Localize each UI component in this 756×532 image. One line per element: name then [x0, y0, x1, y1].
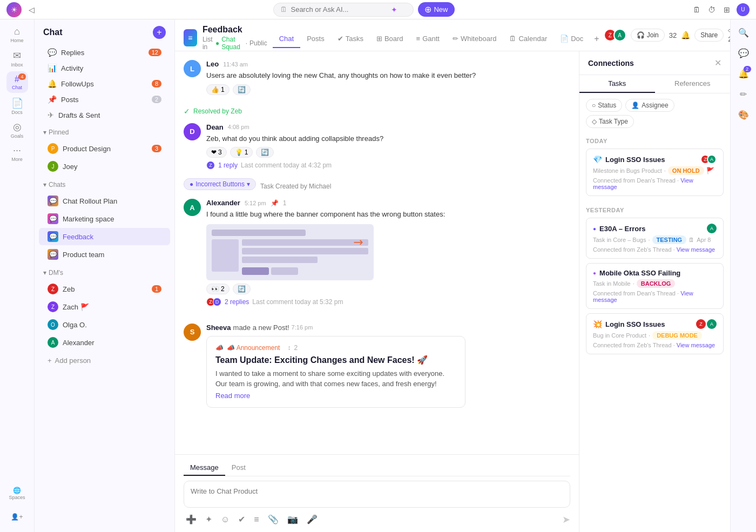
- task-login-sso-meta: Milestone in Bugs Product · ON HOLD 🚩: [593, 166, 717, 175]
- zach-avatar: Z: [48, 301, 58, 312]
- topbar-grid-icon[interactable]: ⊞: [721, 4, 732, 15]
- sidebar-posts-label: Posts: [61, 96, 147, 104]
- pinned-section-header[interactable]: ▾ Pinned: [35, 124, 174, 138]
- search-bar[interactable]: 🗓 ✦: [273, 3, 414, 17]
- back-button[interactable]: ◁: [26, 4, 37, 15]
- far-right-notifications[interactable]: 🔔 2: [735, 65, 752, 82]
- sidebar-add-button[interactable]: +: [153, 26, 166, 39]
- reaction-sync3[interactable]: 🔄: [233, 284, 251, 294]
- rp-tab-references[interactable]: References: [655, 75, 731, 93]
- sv-btn-2: [271, 267, 298, 275]
- sidebar-item-product-team[interactable]: 💬 Product team: [39, 246, 170, 263]
- user-avatar[interactable]: U: [737, 3, 750, 16]
- send-button[interactable]: ➤: [562, 514, 570, 526]
- task-block: ● Incorrect Buttons ▾ Task Created by Mi…: [184, 178, 570, 315]
- far-right-chat[interactable]: 💬: [735, 44, 752, 62]
- connections-panel-header: Connections ✕: [579, 51, 730, 75]
- add-tool-icon[interactable]: ➕: [184, 512, 199, 527]
- topbar-timer-icon[interactable]: ⏱: [706, 4, 717, 15]
- sidebar-item-zeb[interactable]: Z Zeb 1: [39, 280, 170, 298]
- sidebar-item-followups[interactable]: 🔔 FollowUps 8: [39, 76, 170, 91]
- alex-author: Alexander: [206, 199, 240, 207]
- nav-more[interactable]: ··· More: [6, 143, 28, 164]
- sidebar-item-alexander[interactable]: A Alexander: [39, 334, 170, 351]
- task-e30a-title: ● E30A – Errors: [593, 225, 646, 233]
- nav-goals[interactable]: ◎ Goals: [6, 119, 28, 140]
- view-message-link-4[interactable]: View message: [677, 342, 715, 348]
- nav-add-user[interactable]: 👤+: [6, 506, 28, 528]
- message-input-box[interactable]: [184, 481, 570, 508]
- msg-tab-post[interactable]: Post: [225, 460, 252, 476]
- dms-section-header[interactable]: ▾ DM's: [35, 265, 174, 279]
- reaction-thumbsup[interactable]: 👍1: [206, 84, 230, 95]
- sidebar-item-activity[interactable]: 📊 Activity: [39, 60, 170, 76]
- tab-gantt[interactable]: ≡ Gantt: [410, 30, 446, 48]
- emoji-tool-icon[interactable]: ☺: [219, 513, 232, 527]
- sv-body: [212, 239, 368, 275]
- connections-close[interactable]: ✕: [714, 58, 721, 68]
- rp-tab-tasks[interactable]: Tasks: [579, 75, 655, 93]
- sparkle-tool-icon[interactable]: ✦: [203, 512, 214, 527]
- sidebar-item-product-design[interactable]: P Product Design 3: [39, 140, 170, 157]
- far-right-palette[interactable]: 🎨: [735, 106, 752, 123]
- add-person[interactable]: + Add person: [39, 353, 170, 368]
- message-text-input[interactable]: [191, 487, 563, 495]
- topbar-calendar-icon[interactable]: 🗓: [691, 4, 702, 15]
- share-button[interactable]: Share: [694, 29, 724, 42]
- read-more-link[interactable]: Read more: [215, 392, 456, 400]
- mic-tool-icon[interactable]: 🎤: [305, 512, 320, 527]
- camera-tool-icon[interactable]: 📷: [285, 512, 300, 527]
- testing-badge: TESTING: [652, 235, 687, 244]
- sidebar-item-olga[interactable]: O Olga O.: [39, 316, 170, 333]
- filter-status[interactable]: ○ Status: [586, 99, 622, 112]
- reaction-sync2[interactable]: 🔄: [256, 147, 274, 158]
- assignee-icon: 👤: [631, 102, 639, 109]
- view-message-link-2[interactable]: View message: [677, 246, 715, 253]
- sidebar-item-zach[interactable]: Z Zach 🚩: [39, 298, 170, 315]
- tab-posts[interactable]: Posts: [300, 30, 331, 48]
- list-tool-icon[interactable]: ≡: [252, 513, 261, 527]
- nav-spaces[interactable]: 🌐 Spaces: [6, 482, 28, 504]
- dean-replies[interactable]: Z 1 reply Last comment today at 4:32 pm: [206, 161, 570, 170]
- check-tool-icon[interactable]: ✔: [236, 512, 247, 527]
- filter-task-type[interactable]: ◇ Task Type: [586, 115, 634, 128]
- alex-replies[interactable]: Z D 2 replies Last comment today at 5:32…: [206, 298, 570, 306]
- join-button[interactable]: 🎧 Join: [631, 29, 665, 42]
- tab-tasks[interactable]: ✔ Tasks: [331, 30, 370, 48]
- task-tag[interactable]: ● Incorrect Buttons ▾: [184, 178, 256, 190]
- chats-section-header[interactable]: ▾ Chats: [35, 177, 174, 191]
- filter-assignee[interactable]: 👤 Assignee: [625, 99, 674, 112]
- reaction-heart[interactable]: ❤3: [206, 147, 227, 158]
- reaction-eyes[interactable]: 👀2: [206, 284, 230, 294]
- search-input[interactable]: [291, 5, 388, 14]
- task-type-icon: ◇: [592, 118, 597, 125]
- sidebar-item-chat-rollout[interactable]: 💬 Chat Rollout Plan: [39, 192, 170, 210]
- debug-badge: DEBUG MODE: [652, 331, 702, 340]
- far-right-search[interactable]: 🔍: [735, 24, 752, 41]
- msg-tab-message[interactable]: Message: [184, 460, 225, 476]
- tab-doc[interactable]: 📄 Doc: [554, 30, 590, 48]
- sidebar-item-drafts[interactable]: ✈ Drafts & Sent: [39, 107, 170, 123]
- tab-add[interactable]: +: [590, 30, 603, 48]
- reaction-sync[interactable]: 🔄: [233, 84, 251, 95]
- far-right-edit[interactable]: ✏: [735, 85, 752, 103]
- bell-icon[interactable]: 🔔: [681, 31, 690, 39]
- tab-chat[interactable]: Chat: [273, 30, 300, 48]
- nav-inbox[interactable]: ✉ Inbox: [6, 48, 28, 69]
- sidebar-item-marketing[interactable]: 💬 Marketing space: [39, 210, 170, 227]
- attach-tool-icon[interactable]: 📎: [266, 512, 281, 527]
- reaction-bulb[interactable]: 💡1: [230, 147, 253, 158]
- sidebar-item-replies[interactable]: 💬 Replies 12: [39, 45, 170, 60]
- tab-calendar[interactable]: 🗓 Calendar: [503, 30, 554, 48]
- nav-docs[interactable]: 📄 Docs: [6, 95, 28, 117]
- sidebar-item-posts[interactable]: 📌 Posts 2: [39, 92, 170, 107]
- chat-rollout-label: Chat Rollout Plan: [63, 197, 161, 205]
- new-button[interactable]: ⊕ New: [418, 2, 454, 17]
- tab-whiteboard[interactable]: ✏ Whiteboard: [446, 30, 503, 48]
- sidebar-item-feedback[interactable]: 💬 Feedback: [39, 228, 170, 245]
- nav-home[interactable]: ⌂ Home: [6, 24, 28, 45]
- sidebar-item-joey[interactable]: J Joey: [39, 158, 170, 175]
- app-logo[interactable]: ☀: [6, 2, 22, 17]
- nav-chat[interactable]: # Chat 4: [6, 71, 28, 93]
- tab-board[interactable]: ⊞ Board: [370, 30, 410, 48]
